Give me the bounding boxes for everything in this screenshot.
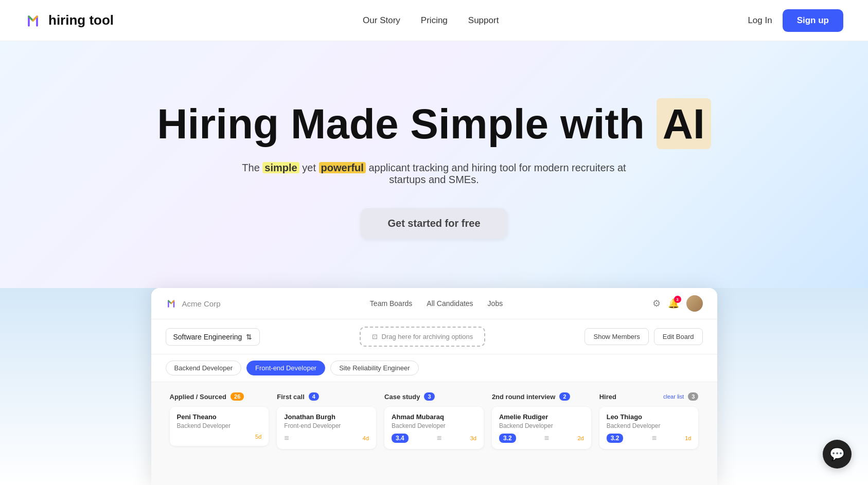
settings-icon[interactable]: ⚙ bbox=[652, 298, 661, 309]
kanban-col-2nd-round: 2nd round interview 2 Amelie Rudiger Bac… bbox=[488, 392, 595, 475]
bell-wrapper: 🔔 3 bbox=[668, 298, 679, 309]
app-logo-icon bbox=[166, 297, 178, 310]
col-header-hired: Hired clear list 3 bbox=[599, 392, 699, 401]
board-controls: Software Engineering ⇅ ⊡ Drag here for a… bbox=[151, 319, 717, 354]
show-members-button[interactable]: Show Members bbox=[584, 328, 648, 345]
col-count-hired: 3 bbox=[688, 392, 698, 401]
department-label: Software Engineering bbox=[173, 333, 242, 341]
nav-link-pricing[interactable]: Pricing bbox=[421, 15, 448, 26]
board-actions: Show Members Edit Board bbox=[584, 328, 702, 345]
signup-button[interactable]: Sign up bbox=[783, 9, 843, 32]
col-title-applied: Applied / Sourced bbox=[170, 393, 227, 401]
cta-button[interactable]: Get started for free bbox=[361, 208, 507, 239]
chat-icon: 💬 bbox=[829, 447, 845, 461]
card-name: Peni Theano bbox=[177, 413, 262, 421]
subtitle-mid: yet bbox=[299, 162, 319, 173]
kanban-col-case-study: Case study 3 Ahmad Mubaraq Backend Devel… bbox=[380, 392, 488, 475]
chevron-icon: ⇅ bbox=[246, 333, 252, 341]
card-ahmad-mubaraq[interactable]: Ahmad Mubaraq Backend Developer 3.4 ≡ 3d bbox=[384, 407, 484, 449]
col-title-2nd-round: 2nd round interview bbox=[492, 393, 556, 401]
app-company-name: Acme Corp bbox=[182, 299, 221, 308]
app-nav-links: Team Boards All Candidates Jobs bbox=[370, 299, 503, 308]
app-nav-jobs[interactable]: Jobs bbox=[488, 299, 503, 308]
col-title-first-call: First call bbox=[277, 393, 304, 401]
hero-ai-text: AI bbox=[657, 98, 711, 149]
col-count-first-call: 4 bbox=[309, 392, 319, 401]
col-count-applied: 26 bbox=[231, 392, 244, 401]
card-score: 3.2 bbox=[607, 434, 624, 443]
drag-label: Drag here for archiving options bbox=[382, 333, 473, 340]
col-header-2nd-round: 2nd round interview 2 bbox=[492, 392, 591, 401]
col-title-hired: Hired bbox=[599, 393, 616, 401]
nav-link-our-story[interactable]: Our Story bbox=[363, 15, 400, 26]
logo[interactable]: hiring tool bbox=[25, 11, 114, 30]
card-role: Backend Developer bbox=[177, 422, 262, 429]
job-tabs: Backend Developer Front-end Developer Si… bbox=[151, 354, 717, 382]
app-nav-icons: ⚙ 🔔 3 bbox=[652, 295, 703, 312]
subtitle-part1: The bbox=[242, 162, 262, 173]
card-footer: 3.2 ≡ 2d bbox=[499, 434, 584, 443]
card-role: Front-end Developer bbox=[284, 422, 369, 429]
navbar: hiring tool Our Story Pricing Support Lo… bbox=[0, 0, 868, 41]
chat-button[interactable]: 💬 bbox=[823, 440, 852, 469]
card-footer: 3.4 ≡ 3d bbox=[392, 434, 476, 443]
card-peni-theano[interactable]: Peni Theano Backend Developer 5d bbox=[170, 407, 269, 446]
drag-zone: ⊡ Drag here for archiving options bbox=[360, 327, 486, 347]
card-time: 2d bbox=[577, 435, 583, 441]
card-name: Amelie Rudiger bbox=[499, 413, 584, 421]
bell-badge: 3 bbox=[674, 296, 681, 303]
card-role: Backend Developer bbox=[392, 422, 476, 429]
card-score: 3.4 bbox=[392, 434, 409, 443]
card-name: Ahmad Mubaraq bbox=[392, 413, 476, 421]
card-time: 4d bbox=[363, 435, 369, 441]
job-tab-frontend-developer[interactable]: Front-end Developer bbox=[246, 361, 325, 375]
app-nav-team-boards[interactable]: Team Boards bbox=[370, 299, 412, 308]
col-header-applied: Applied / Sourced 26 bbox=[170, 392, 269, 401]
app-preview: Acme Corp Team Boards All Candidates Job… bbox=[151, 288, 717, 485]
hero-subtitle: The simple yet powerful applicant tracki… bbox=[241, 162, 627, 186]
hero-title: Hiring Made Simple with AI bbox=[157, 101, 711, 147]
app-navbar: Acme Corp Team Boards All Candidates Job… bbox=[151, 288, 717, 319]
hero-section: Hiring Made Simple with AI The simple ye… bbox=[0, 41, 868, 288]
card-lines-icon: ≡ bbox=[284, 434, 289, 443]
col-header-first-call: First call 4 bbox=[277, 392, 376, 401]
hero-title-text: Hiring Made Simple with bbox=[157, 100, 656, 147]
kanban-col-first-call: First call 4 Jonathan Burgh Front-end De… bbox=[273, 392, 380, 475]
login-button[interactable]: Log In bbox=[748, 15, 772, 26]
department-selector[interactable]: Software Engineering ⇅ bbox=[166, 328, 260, 346]
col-header-case-study: Case study 3 bbox=[384, 392, 484, 401]
user-avatar[interactable] bbox=[686, 295, 703, 312]
app-nav-all-candidates[interactable]: All Candidates bbox=[427, 299, 473, 308]
card-lines-icon: ≡ bbox=[652, 434, 657, 443]
logo-icon bbox=[25, 11, 43, 30]
nav-actions: Log In Sign up bbox=[748, 9, 843, 32]
kanban-col-hired: Hired clear list 3 Leo Thiago Backend De… bbox=[595, 392, 703, 475]
col-title-case-study: Case study bbox=[384, 393, 420, 401]
logo-text: hiring tool bbox=[48, 12, 114, 28]
nav-links: Our Story Pricing Support bbox=[363, 15, 499, 26]
clear-list-link[interactable]: clear list bbox=[663, 393, 684, 400]
kanban-col-applied: Applied / Sourced 26 Peni Theano Backend… bbox=[166, 392, 273, 475]
app-logo: Acme Corp bbox=[166, 297, 221, 310]
card-jonathan-burgh[interactable]: Jonathan Burgh Front-end Developer ≡ 4d bbox=[277, 407, 376, 449]
card-lines-icon: ≡ bbox=[437, 434, 441, 443]
subtitle-part2: applicant tracking and hiring tool for m… bbox=[366, 162, 626, 185]
nav-link-support[interactable]: Support bbox=[468, 15, 499, 26]
col-count-2nd-round: 2 bbox=[559, 392, 570, 401]
card-name: Leo Thiago bbox=[607, 413, 692, 421]
job-tab-backend-developer[interactable]: Backend Developer bbox=[166, 361, 241, 375]
card-amelie-rudiger[interactable]: Amelie Rudiger Backend Developer 3.2 ≡ 2… bbox=[492, 407, 591, 449]
kanban-board: Applied / Sourced 26 Peni Theano Backend… bbox=[151, 382, 717, 485]
col-count-case-study: 3 bbox=[424, 392, 434, 401]
card-leo-thiago[interactable]: Leo Thiago Backend Developer 3.2 ≡ 1d bbox=[599, 407, 699, 449]
card-role: Backend Developer bbox=[607, 422, 692, 429]
card-role: Backend Developer bbox=[499, 422, 584, 429]
card-score: 3.2 bbox=[499, 434, 516, 443]
subtitle-simple: simple bbox=[262, 162, 299, 173]
archive-icon: ⊡ bbox=[372, 333, 378, 340]
card-footer: 5d bbox=[177, 434, 262, 440]
edit-board-button[interactable]: Edit Board bbox=[654, 328, 703, 345]
job-tab-site-reliability[interactable]: Site Reliability Engineer bbox=[330, 361, 418, 375]
card-time: 5d bbox=[255, 434, 261, 440]
card-footer: ≡ 4d bbox=[284, 434, 369, 443]
